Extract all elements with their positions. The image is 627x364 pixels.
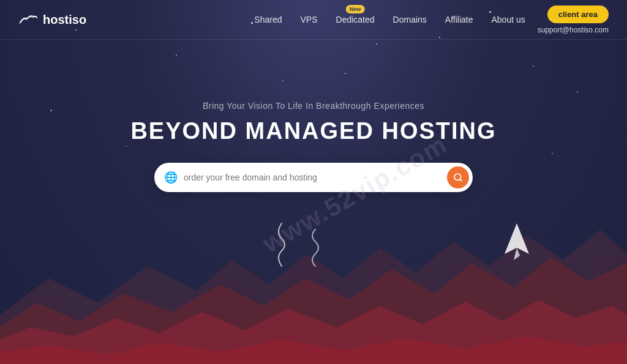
- support-email: support@hostiso.com: [538, 26, 609, 34]
- svg-marker-5: [514, 248, 520, 260]
- search-button[interactable]: [447, 166, 469, 188]
- new-badge: New: [346, 5, 365, 13]
- hero-subtitle: Bring Your Vision To Life In Breakthroug…: [203, 101, 424, 111]
- nav-shared[interactable]: Shared: [254, 15, 282, 24]
- logo[interactable]: hostiso: [18, 13, 86, 27]
- navbar: hostiso Shared VPS New Dedicated Domains…: [0, 0, 627, 40]
- nav-domains[interactable]: Domains: [393, 15, 427, 24]
- hero-title: BEYOND MANAGED HOSTING: [130, 118, 496, 144]
- nav-right: client area support@hostiso.com: [538, 6, 609, 34]
- globe-icon: 🌐: [164, 171, 178, 184]
- logo-icon: [18, 13, 38, 26]
- search-bar: 🌐: [154, 163, 473, 192]
- paper-plane-icon: [501, 220, 532, 260]
- nav-vps[interactable]: VPS: [301, 15, 318, 24]
- search-input[interactable]: [184, 173, 447, 182]
- client-area-button[interactable]: client area: [547, 6, 609, 23]
- nav-dedicated[interactable]: New Dedicated: [336, 15, 375, 24]
- squiggle-right: [300, 226, 331, 269]
- nav-about[interactable]: About us: [492, 15, 525, 24]
- squiggle-left: [263, 220, 300, 269]
- search-icon: [453, 173, 463, 182]
- hero-section: Bring Your Vision To Life In Breakthroug…: [0, 40, 627, 192]
- nav-affiliate[interactable]: Affiliate: [445, 15, 473, 24]
- nav-links: Shared VPS New Dedicated Domains Affilia…: [254, 15, 525, 24]
